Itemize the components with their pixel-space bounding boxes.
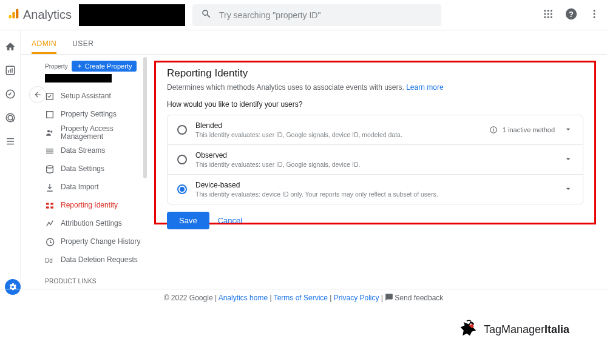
watermark-brand: TagManagerItalia: [459, 319, 569, 340]
svg-rect-26: [7, 144, 14, 145]
create-property-button[interactable]: Create Property: [72, 61, 137, 72]
menu-reporting-identity[interactable]: Reporting Identity: [45, 197, 147, 215]
back-button[interactable]: [29, 86, 46, 103]
svg-point-22: [8, 115, 13, 120]
svg-point-14: [594, 10, 595, 12]
svg-rect-1: [12, 12, 15, 19]
menu-data-import[interactable]: Data Import: [45, 178, 147, 197]
highlight-box: Reporting Identity Determines which meth…: [154, 61, 596, 224]
app-header: Analytics Try searching "property ID" ?: [0, 0, 607, 30]
menu-property-settings[interactable]: Property Settings: [45, 106, 147, 124]
svg-rect-25: [7, 141, 14, 142]
svg-point-10: [548, 16, 549, 18]
svg-rect-0: [9, 15, 12, 19]
menu-attribution-settings[interactable]: Attribution Settings: [45, 215, 147, 233]
identity-question: How would you like to identify your user…: [167, 100, 583, 109]
identity-options: Blended This identity evaluates: user ID…: [167, 115, 583, 204]
svg-rect-36: [46, 206, 49, 208]
brand-text: TagManagerItalia: [484, 323, 569, 336]
svg-rect-31: [46, 149, 53, 149]
account-selector[interactable]: [79, 4, 185, 26]
svg-point-42: [470, 323, 472, 325]
logo-area: Analytics: [7, 8, 72, 22]
svg-rect-2: [16, 9, 18, 19]
svg-rect-18: [8, 70, 9, 73]
option-observed[interactable]: Observed This identity evaluates: user I…: [168, 145, 583, 175]
svg-point-9: [544, 16, 546, 18]
cancel-button[interactable]: Cancel: [218, 216, 242, 225]
page-subtitle: Determines which methods Analytics uses …: [167, 83, 583, 92]
svg-rect-19: [10, 69, 11, 73]
page-title: Reporting Identity: [167, 67, 583, 79]
main-column: ADMIN USER Property Create Property Setu…: [21, 30, 607, 291]
more-icon[interactable]: [589, 8, 600, 21]
svg-rect-35: [46, 203, 49, 204]
chevron-down-icon[interactable]: [563, 154, 573, 166]
reports-icon[interactable]: [5, 65, 16, 78]
woodpecker-icon: [459, 319, 480, 340]
footer-link-tos[interactable]: Terms of Service: [274, 294, 328, 302]
property-menu: Setup Assistant Property Settings Proper…: [45, 87, 147, 269]
property-name-redacted[interactable]: [45, 74, 112, 83]
admin-body: Property Create Property Setup Assistant…: [21, 55, 607, 291]
menu-data-settings[interactable]: Data Settings: [45, 160, 147, 178]
svg-rect-40: [493, 129, 493, 132]
option-device-based[interactable]: Device-based This identity evaluates: de…: [168, 175, 583, 204]
radio-device-based[interactable]: [177, 184, 187, 194]
dd-icon: Dd: [45, 257, 55, 264]
search-input[interactable]: Try searching "property ID": [192, 4, 441, 26]
radio-blended[interactable]: [177, 125, 187, 135]
top-tabs: ADMIN USER: [21, 30, 607, 55]
menu-data-streams[interactable]: Data Streams: [45, 142, 147, 160]
send-feedback-link[interactable]: Send feedback: [395, 294, 443, 302]
menu-setup-assistant[interactable]: Setup Assistant: [45, 87, 147, 106]
product-links-heading: PRODUCT LINKS: [45, 278, 147, 285]
svg-rect-33: [46, 153, 53, 153]
home-icon[interactable]: [5, 41, 16, 54]
save-button[interactable]: Save: [167, 212, 209, 229]
chevron-down-icon[interactable]: [563, 184, 573, 195]
svg-rect-38: [50, 206, 53, 208]
help-icon[interactable]: ?: [565, 7, 578, 22]
tab-admin[interactable]: ADMIN: [32, 39, 56, 54]
svg-rect-24: [7, 138, 14, 140]
explore-icon[interactable]: [5, 89, 16, 101]
apps-icon[interactable]: [543, 8, 554, 21]
chevron-down-icon[interactable]: [563, 124, 573, 136]
analytics-logo-icon: [7, 8, 19, 22]
footer-link-home[interactable]: Analytics home: [219, 294, 268, 302]
action-buttons: Save Cancel: [167, 212, 583, 229]
search-placeholder: Try searching "property ID": [219, 10, 320, 20]
radio-observed[interactable]: [177, 155, 187, 164]
info-icon: [489, 126, 498, 134]
svg-text:?: ?: [569, 10, 574, 19]
feedback-icon: [385, 294, 395, 302]
svg-rect-37: [50, 203, 53, 204]
menu-property-access[interactable]: Property Access Management: [45, 124, 147, 142]
svg-point-4: [548, 10, 549, 12]
svg-point-30: [50, 130, 52, 132]
property-header: Property Create Property: [45, 61, 147, 72]
inactive-badge: 1 inactive method: [489, 126, 555, 134]
svg-point-5: [551, 10, 552, 12]
option-blended[interactable]: Blended This identity evaluates: user ID…: [168, 115, 583, 145]
product-name: Analytics: [23, 8, 72, 22]
svg-point-34: [47, 166, 53, 168]
menu-change-history[interactable]: Property Change History: [45, 233, 147, 251]
svg-point-11: [551, 16, 552, 18]
svg-point-6: [544, 13, 546, 15]
footer-link-privacy[interactable]: Privacy Policy: [334, 294, 379, 302]
nav-rail: [0, 30, 21, 291]
configure-icon[interactable]: [5, 136, 16, 149]
advertising-icon[interactable]: [5, 112, 16, 125]
header-actions: ?: [543, 7, 600, 22]
svg-rect-28: [47, 112, 53, 118]
svg-point-15: [594, 13, 595, 15]
property-label: Property: [45, 63, 68, 70]
page-footer: © 2022 Google | Analytics home | Terms o…: [0, 289, 607, 302]
menu-data-deletion[interactable]: DdData Deletion Requests: [45, 251, 147, 269]
svg-point-8: [551, 13, 552, 15]
learn-more-link[interactable]: Learn more: [406, 83, 443, 92]
tab-user[interactable]: USER: [72, 39, 93, 54]
scrollbar[interactable]: [143, 57, 147, 178]
